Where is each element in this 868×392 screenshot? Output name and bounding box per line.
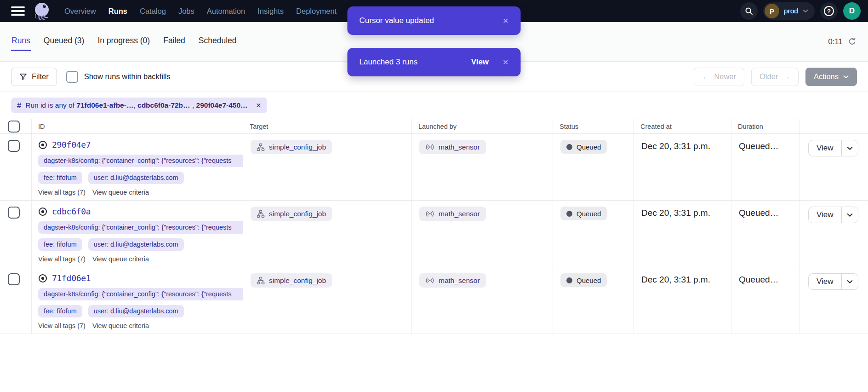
- view-split-button: View: [808, 207, 858, 223]
- search-button[interactable]: [740, 2, 758, 20]
- fee-tag[interactable]: fee: fifofum: [38, 305, 82, 317]
- help-button[interactable]: ?: [820, 2, 838, 20]
- hash-icon: #: [17, 101, 21, 110]
- created-at-cell: Dec 20, 3:31 p.m.: [634, 201, 731, 267]
- chevron-down-icon: [847, 146, 853, 150]
- header-target: Target: [243, 119, 412, 133]
- toast-message: Launched 3 runs: [360, 58, 418, 67]
- filter-chip-segment: 71fd06e1-afbe-…: [76, 101, 133, 109]
- user-avatar[interactable]: D: [843, 2, 861, 20]
- select-all-checkbox[interactable]: [8, 121, 20, 133]
- toast-view-action[interactable]: View: [471, 58, 489, 67]
- duration-cell: Queued…: [731, 267, 800, 334]
- k8s-config-tag[interactable]: dagster-k8s/config: {"container_config":…: [38, 155, 243, 167]
- nav-item-catalog[interactable]: Catalog: [140, 7, 166, 16]
- toast-close-icon[interactable]: ✕: [503, 17, 508, 25]
- svg-text:?: ?: [827, 8, 831, 15]
- nav-item-overview[interactable]: Overview: [64, 7, 96, 16]
- chevron-down-icon: [847, 280, 853, 284]
- hamburger-menu-icon[interactable]: [11, 6, 25, 16]
- chevron-down-icon: [843, 75, 849, 79]
- view-queue-criteria-link[interactable]: View queue criteria: [92, 322, 149, 329]
- nav-item-jobs[interactable]: Jobs: [178, 7, 194, 16]
- actions-button[interactable]: Actions: [805, 68, 857, 86]
- sensor-icon: [425, 277, 434, 284]
- view-all-tags-link[interactable]: View all tags (7): [38, 255, 86, 263]
- row-checkbox[interactable]: [8, 273, 20, 285]
- nav-item-deployment[interactable]: Deployment: [296, 7, 337, 16]
- newer-button[interactable]: ← Newer: [694, 68, 744, 86]
- k8s-config-tag[interactable]: dagster-k8s/config: {"container_config":…: [38, 288, 243, 300]
- dagster-runs-page: Overview Runs Catalog Jobs Automation In…: [0, 0, 868, 392]
- view-dropdown-toggle[interactable]: [841, 207, 858, 223]
- run-id-link[interactable]: cdbc6f0a: [52, 207, 91, 216]
- status-badge: Queued: [560, 273, 607, 287]
- chevron-down-icon: [803, 9, 808, 13]
- view-queue-criteria-link[interactable]: View queue criteria: [92, 189, 149, 196]
- status-badge: Queued: [560, 140, 607, 154]
- run-id-filter-chip[interactable]: # Run id is any of 71fd06e1-afbe-…, cdbc…: [11, 98, 267, 113]
- view-dropdown-toggle[interactable]: [841, 140, 858, 156]
- tab-in-progress[interactable]: In progress (0): [97, 32, 150, 51]
- filter-chip-segment: Run id is any of: [25, 101, 76, 109]
- run-id-link[interactable]: 290f04e7: [52, 140, 91, 150]
- user-tag[interactable]: user: d.liu@dagsterlabs.com: [88, 172, 184, 184]
- view-button[interactable]: View: [809, 274, 841, 289]
- tab-runs[interactable]: Runs: [11, 32, 31, 51]
- filter-button[interactable]: Filter: [11, 68, 57, 86]
- filter-chip-segment: 290f04e7-450…: [196, 101, 248, 109]
- view-button[interactable]: View: [809, 140, 841, 156]
- launched-by-pill[interactable]: math_sensor: [419, 140, 486, 154]
- help-icon: ?: [823, 5, 835, 17]
- duration-cell: Queued…: [731, 134, 800, 200]
- user-tag[interactable]: user: d.liu@dagsterlabs.com: [88, 305, 184, 317]
- toast-message: Cursor value updated: [360, 16, 434, 25]
- tab-queued[interactable]: Queued (3): [43, 32, 85, 51]
- environment-switcher[interactable]: P prod: [763, 2, 815, 20]
- filter-chip-text: Run id is any of 71fd06e1-afbe-…, cdbc6f…: [25, 101, 247, 110]
- refresh-icon[interactable]: [847, 37, 857, 46]
- runs-table: ID Target Launched by Status Created at …: [0, 119, 868, 334]
- show-backfills-label: Show runs within backfills: [84, 72, 171, 81]
- filter-chip-row: # Run id is any of 71fd06e1-afbe-…, cdbc…: [0, 92, 868, 119]
- chevron-down-icon: [847, 213, 853, 217]
- nav-item-runs[interactable]: Runs: [108, 7, 127, 16]
- fee-tag[interactable]: fee: fifofum: [38, 238, 82, 251]
- filter-chip-segment: ,: [133, 101, 137, 109]
- user-tag[interactable]: user: d.liu@dagsterlabs.com: [88, 238, 184, 251]
- run-status-icon: [38, 274, 47, 283]
- k8s-config-tag[interactable]: dagster-k8s/config: {"container_config":…: [38, 221, 243, 234]
- dagster-logo-icon[interactable]: [31, 0, 52, 22]
- fee-tag[interactable]: fee: fifofum: [38, 172, 82, 184]
- view-split-button: View: [808, 140, 858, 156]
- toast-launched-runs: Launched 3 runs View ✕: [348, 48, 521, 76]
- target-job-pill[interactable]: simple_config_job: [251, 207, 332, 221]
- filter-chip-segment: ,: [190, 101, 196, 109]
- view-button[interactable]: View: [809, 207, 841, 223]
- chip-close-icon[interactable]: ✕: [256, 102, 262, 109]
- nav-item-insights[interactable]: Insights: [257, 7, 284, 16]
- tab-scheduled[interactable]: Scheduled: [198, 32, 237, 51]
- status-dot-icon: [566, 211, 572, 217]
- target-job-pill[interactable]: simple_config_job: [251, 273, 332, 288]
- view-queue-criteria-link[interactable]: View queue criteria: [92, 255, 149, 263]
- status-dot-icon: [566, 277, 572, 283]
- view-all-tags-link[interactable]: View all tags (7): [38, 322, 86, 329]
- launched-by-pill[interactable]: math_sensor: [419, 273, 486, 288]
- view-split-button: View: [808, 273, 858, 290]
- arrow-left-icon: ←: [702, 72, 710, 81]
- toast-close-icon[interactable]: ✕: [503, 58, 508, 67]
- target-job-pill[interactable]: simple_config_job: [251, 140, 332, 154]
- created-at-cell: Dec 20, 3:31 p.m.: [634, 267, 731, 334]
- older-button[interactable]: Older →: [751, 68, 799, 86]
- sensor-icon: [425, 144, 434, 150]
- view-all-tags-link[interactable]: View all tags (7): [38, 189, 86, 196]
- row-checkbox[interactable]: [8, 207, 20, 219]
- launched-by-pill[interactable]: math_sensor: [419, 207, 486, 221]
- tab-failed[interactable]: Failed: [163, 32, 186, 51]
- nav-item-automation[interactable]: Automation: [207, 7, 245, 16]
- row-checkbox[interactable]: [8, 140, 20, 152]
- view-dropdown-toggle[interactable]: [841, 274, 858, 289]
- run-id-link[interactable]: 71fd06e1: [52, 273, 91, 283]
- show-backfills-checkbox[interactable]: [66, 71, 78, 83]
